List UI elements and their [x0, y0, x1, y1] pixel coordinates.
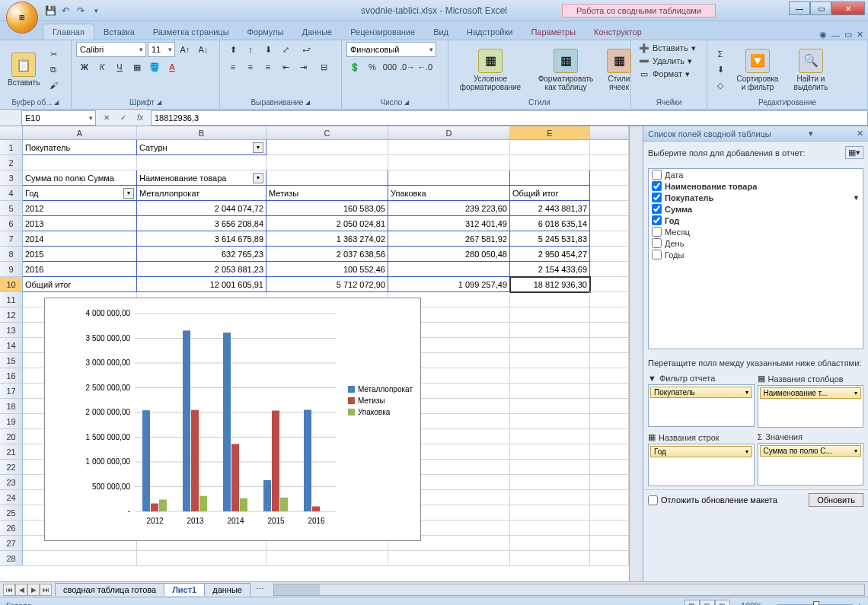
row-header-27[interactable]: 27 [0, 536, 23, 551]
cell-E21[interactable] [510, 444, 590, 460]
help-icon[interactable]: ◉ [819, 30, 827, 40]
horizontal-scrollbar[interactable] [273, 584, 865, 596]
cell-B7[interactable]: 3 614 675,89 [137, 231, 266, 247]
row-header-23[interactable]: 23 [0, 475, 23, 490]
cell-E12[interactable] [510, 307, 590, 323]
rows-drop-area[interactable]: Год [648, 444, 755, 486]
cell-A5[interactable]: 2012 [23, 201, 137, 216]
cell-D3[interactable] [388, 170, 510, 186]
cell-A4[interactable]: Год▾ [23, 186, 137, 201]
shrink-font-icon[interactable]: A↓ [195, 42, 212, 57]
ribbon-tab-8[interactable]: Параметры [522, 24, 585, 40]
page-layout-view-icon[interactable]: ▥ [700, 600, 715, 606]
ribbon-tab-6[interactable]: Вид [424, 24, 458, 40]
align-top-icon[interactable]: ⬆ [225, 42, 241, 57]
row-header-1[interactable]: 1 [0, 140, 23, 155]
cancel-formula-icon[interactable]: ✕ [99, 111, 114, 125]
zoom-in-icon[interactable]: + [857, 601, 862, 606]
cell-E5[interactable]: 2 443 881,37 [510, 201, 590, 216]
cell-A1[interactable]: Покупатель [23, 140, 137, 155]
columns-chip[interactable]: Наименование т... [760, 387, 862, 399]
row-header-11[interactable]: 11 [0, 292, 23, 307]
field-item-0[interactable]: Дата [649, 169, 863, 180]
values-drop-area[interactable]: Сумма по полю С... [758, 443, 864, 486]
field-checkbox-2[interactable] [652, 193, 662, 202]
page-break-view-icon[interactable]: ▤ [715, 600, 730, 606]
field-item-7[interactable]: Годы [649, 249, 863, 260]
row-header-14[interactable]: 14 [0, 338, 23, 353]
maximize-button[interactable]: ▭ [810, 2, 831, 15]
cell-A10[interactable]: Общий итог [23, 277, 137, 292]
row-header-16[interactable]: 16 [0, 368, 23, 384]
sheet-tab-1[interactable]: Лист1 [164, 583, 205, 596]
field-pane-dropdown-icon[interactable]: ▾ [809, 129, 813, 139]
cell-styles-button[interactable]: ▦ Стили ячеек [604, 47, 634, 93]
sort-filter-button[interactable]: 🔽 Сортировка и фильтр [732, 47, 783, 93]
cell-E16[interactable] [510, 368, 590, 384]
delete-cells-button[interactable]: ➖Удалить ▾ [636, 55, 702, 67]
number-launcher[interactable]: ◢ [404, 99, 409, 106]
column-fields-dropdown-icon[interactable]: ▾ [253, 173, 263, 183]
select-all-corner[interactable] [0, 126, 23, 139]
fill-color-icon[interactable]: 🪣 [146, 59, 163, 75]
field-filter-icon[interactable]: ▼ [853, 194, 860, 202]
clipboard-launcher[interactable]: ◢ [54, 99, 59, 106]
cell-E11[interactable] [510, 292, 590, 307]
cell-C2[interactable] [266, 155, 388, 170]
row-header-4[interactable]: 4 [0, 186, 23, 201]
increase-decimal-icon[interactable]: .0→ [399, 59, 416, 75]
ribbon-tab-7[interactable]: Надстройки [458, 24, 522, 40]
percent-icon[interactable]: % [364, 59, 381, 75]
decrease-decimal-icon[interactable]: ←.0 [416, 59, 433, 75]
autosum-icon[interactable]: Σ [712, 46, 729, 62]
row-fields-dropdown-icon[interactable]: ▾ [123, 188, 134, 199]
cell-E26[interactable] [510, 521, 590, 536]
cell-A8[interactable]: 2015 [23, 247, 137, 262]
cell-E15[interactable] [510, 353, 590, 368]
cell-E2[interactable] [510, 155, 590, 170]
fx-icon[interactable]: fx [132, 111, 148, 125]
cell-E18[interactable] [510, 399, 590, 414]
new-sheet-icon[interactable]: ⋯ [250, 584, 270, 594]
defer-update-checkbox[interactable] [648, 495, 658, 505]
save-icon[interactable]: 💾 [44, 5, 56, 17]
cell-C6[interactable]: 2 050 024,81 [266, 216, 388, 231]
font-launcher[interactable]: ◢ [157, 99, 161, 106]
col-header-D[interactable]: D [388, 126, 510, 139]
indent-increase-icon[interactable]: ⇥ [295, 59, 311, 75]
col-header-A[interactable]: A [23, 126, 137, 139]
border-icon[interactable]: ▦ [129, 59, 145, 75]
cell-E7[interactable]: 5 245 531,83 [510, 231, 590, 247]
row-header-19[interactable]: 19 [0, 414, 23, 429]
comma-icon[interactable]: 000 [381, 59, 398, 75]
ribbon-tab-0[interactable]: Главная [43, 24, 94, 40]
row-header-5[interactable]: 5 [0, 201, 23, 216]
filter-chip[interactable]: Покупатель [650, 387, 752, 398]
cell-D4[interactable]: Упаковка [388, 186, 510, 201]
ribbon-tab-4[interactable]: Данные [292, 24, 341, 40]
row-header-21[interactable]: 21 [0, 444, 23, 460]
align-right-icon[interactable]: ≡ [260, 59, 276, 75]
formula-input[interactable]: 18812936,3 [151, 110, 868, 126]
qat-dropdown-icon[interactable]: ▾ [90, 5, 102, 17]
conditional-formatting-button[interactable]: ▦ Условное форматирование [453, 47, 528, 93]
cell-E13[interactable] [510, 323, 590, 338]
ribbon-tab-2[interactable]: Разметка страницы [144, 24, 238, 40]
update-button[interactable]: Обновить [809, 493, 863, 507]
col-header-B[interactable]: B [137, 126, 266, 139]
orientation-icon[interactable]: ⤢ [277, 42, 294, 57]
row-header-17[interactable]: 17 [0, 384, 23, 399]
field-item-5[interactable]: Месяц [649, 226, 863, 237]
cell-A3[interactable]: Сумма по полю Сумма [23, 170, 137, 186]
row-header-20[interactable]: 20 [0, 429, 23, 444]
cell-B4[interactable]: Металлопрокат [137, 186, 266, 201]
prev-sheet-icon[interactable]: ◀ [15, 584, 27, 596]
wrap-text-icon[interactable]: ⮐ [295, 42, 318, 57]
field-item-4[interactable]: Год [649, 215, 863, 226]
row-header-7[interactable]: 7 [0, 231, 23, 247]
row-header-8[interactable]: 8 [0, 247, 23, 262]
row-header-2[interactable]: 2 [0, 155, 23, 170]
enter-formula-icon[interactable]: ✓ [116, 111, 131, 125]
fill-icon[interactable]: ⬇ [712, 62, 729, 78]
alignment-launcher[interactable]: ◢ [305, 99, 310, 106]
